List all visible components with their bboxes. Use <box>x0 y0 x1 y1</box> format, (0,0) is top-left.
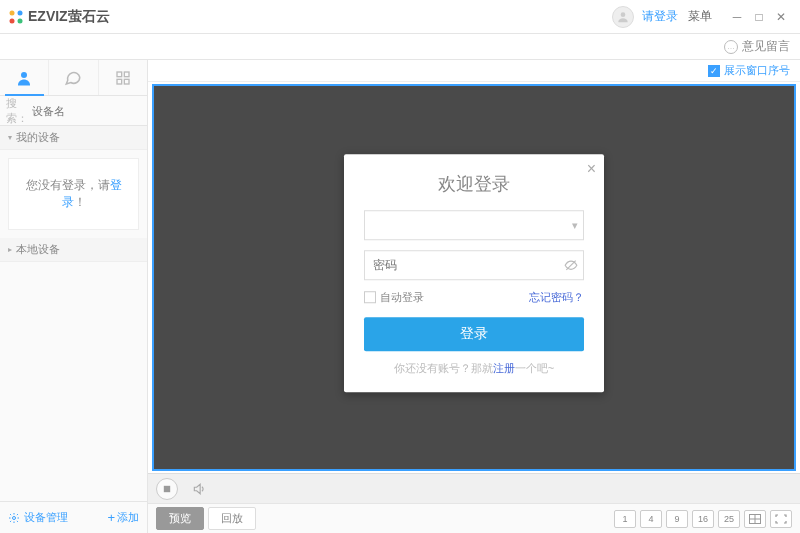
mode-tabs: 预览 回放 <box>156 507 256 530</box>
svg-rect-6 <box>117 72 122 77</box>
app-title: EZVIZ萤石云 <box>28 8 110 26</box>
menu-button[interactable]: 菜单 <box>688 8 712 25</box>
viewer-options-bar: ✓ 展示窗口序号 <box>148 60 800 82</box>
svg-point-1 <box>18 10 23 15</box>
device-mgmt-label: 设备管理 <box>24 510 68 525</box>
sidebar-tab-messages[interactable] <box>49 60 98 95</box>
gear-icon <box>8 512 20 524</box>
forgot-password-link[interactable]: 忘记密码？ <box>529 290 584 305</box>
main-area: ✓ 展示窗口序号 × 欢迎登录 ▾ <box>148 60 800 533</box>
volume-button[interactable] <box>188 478 210 500</box>
add-label: 添加 <box>117 510 139 525</box>
minimize-button[interactable]: ─ <box>726 6 748 28</box>
caret-right-icon: ▸ <box>8 245 12 254</box>
layout-16[interactable]: 16 <box>692 510 714 528</box>
player-control-bar <box>148 473 800 503</box>
add-device-button[interactable]: + 添加 <box>107 510 139 525</box>
feedback-label: 意见留言 <box>742 38 790 55</box>
login-prompt-prefix: 您没有登录，请 <box>26 178 110 192</box>
password-field-wrapper <box>364 250 584 280</box>
login-dialog: × 欢迎登录 ▾ 自动登录 忘记密码？ <box>344 154 604 392</box>
stop-button[interactable] <box>156 478 178 500</box>
sidebar-footer: 设备管理 + 添加 <box>0 501 147 533</box>
device-management-button[interactable]: 设备管理 <box>8 510 68 525</box>
layout-buttons: 1 4 9 16 25 <box>614 510 792 528</box>
close-window-button[interactable]: ✕ <box>770 6 792 28</box>
login-prompt-suffix: ！ <box>74 195 86 209</box>
secondary-bar: … 意见留言 <box>0 34 800 60</box>
dropdown-icon[interactable]: ▾ <box>572 218 578 231</box>
logo-icon <box>8 9 24 25</box>
sidebar-tab-devices[interactable] <box>0 60 49 95</box>
section-local-devices[interactable]: ▸ 本地设备 <box>0 238 147 262</box>
svg-rect-7 <box>124 72 129 77</box>
video-viewer[interactable]: × 欢迎登录 ▾ 自动登录 忘记密码？ <box>152 84 796 471</box>
svg-point-5 <box>21 72 27 78</box>
svg-rect-17 <box>164 485 170 491</box>
register-row: 你还没有账号？那就注册一个吧~ <box>364 361 584 376</box>
password-input[interactable] <box>364 250 584 280</box>
layout-1[interactable]: 1 <box>614 510 636 528</box>
register-link[interactable]: 注册 <box>493 362 515 374</box>
auto-login-label: 自动登录 <box>380 290 424 305</box>
tab-preview[interactable]: 预览 <box>156 507 204 530</box>
tab-playback[interactable]: 回放 <box>208 507 256 530</box>
login-prompt-card: 您没有登录，请登录！ <box>8 158 139 230</box>
person-icon <box>15 69 33 87</box>
svg-point-3 <box>18 18 23 23</box>
caret-down-icon: ▾ <box>8 133 12 142</box>
svg-point-0 <box>10 10 15 15</box>
chat-icon <box>64 69 82 87</box>
section-my-devices[interactable]: ▾ 我的设备 <box>0 126 147 150</box>
dialog-options-row: 自动登录 忘记密码？ <box>364 290 584 305</box>
show-index-checkbox[interactable]: ✓ <box>708 65 720 77</box>
checkbox-icon <box>364 291 376 303</box>
app-logo: EZVIZ萤石云 <box>8 8 110 26</box>
svg-rect-9 <box>124 79 129 84</box>
svg-point-15 <box>13 516 16 519</box>
username-input[interactable] <box>364 210 584 240</box>
svg-rect-8 <box>117 79 122 84</box>
search-label: 搜索： <box>6 96 28 126</box>
plus-icon: + <box>107 510 115 525</box>
fullscreen-button[interactable] <box>770 510 792 528</box>
title-bar: EZVIZ萤石云 请登录 菜单 ─ □ ✕ <box>0 0 800 34</box>
layout-custom-button[interactable] <box>744 510 766 528</box>
layout-4[interactable]: 4 <box>640 510 662 528</box>
show-index-label: 展示窗口序号 <box>724 63 790 78</box>
auto-login-checkbox[interactable]: 自动登录 <box>364 290 424 305</box>
maximize-button[interactable]: □ <box>748 6 770 28</box>
dialog-close-button[interactable]: × <box>587 160 596 178</box>
layout-9[interactable]: 9 <box>666 510 688 528</box>
username-field-wrapper: ▾ <box>364 210 584 240</box>
local-devices-label: 本地设备 <box>16 242 60 257</box>
layout-25[interactable]: 25 <box>718 510 740 528</box>
register-suffix: 一个吧~ <box>515 362 554 374</box>
sidebar: 搜索： ⊘ ▾ 我的设备 您没有登录，请登录！ ▸ 本地设备 设备管理 <box>0 60 148 533</box>
eye-icon[interactable] <box>564 258 578 272</box>
login-link[interactable]: 请登录 <box>642 8 678 25</box>
grid-icon <box>115 70 131 86</box>
feedback-link[interactable]: … 意见留言 <box>724 38 790 55</box>
login-button[interactable]: 登录 <box>364 317 584 351</box>
register-prefix: 你还没有账号？那就 <box>394 362 493 374</box>
svg-point-4 <box>621 12 626 17</box>
sidebar-tab-apps[interactable] <box>99 60 147 95</box>
my-devices-label: 我的设备 <box>16 130 60 145</box>
speech-bubble-icon: … <box>724 40 738 54</box>
sidebar-tabs <box>0 60 147 96</box>
footer-bar: 预览 回放 1 4 9 16 25 <box>148 503 800 533</box>
dialog-title: 欢迎登录 <box>364 172 584 196</box>
user-avatar[interactable] <box>612 6 634 28</box>
svg-point-2 <box>10 18 15 23</box>
search-row: 搜索： ⊘ <box>0 96 147 126</box>
